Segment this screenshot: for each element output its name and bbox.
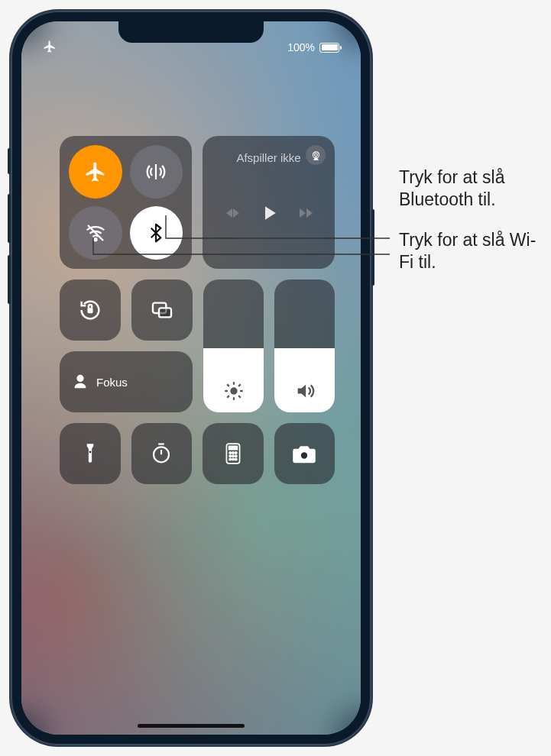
- callout-bluetooth: Tryk for at slå Bluetooth til.: [399, 166, 544, 211]
- callout-wifi: Tryk for at slå Wi-Fi til.: [399, 229, 544, 273]
